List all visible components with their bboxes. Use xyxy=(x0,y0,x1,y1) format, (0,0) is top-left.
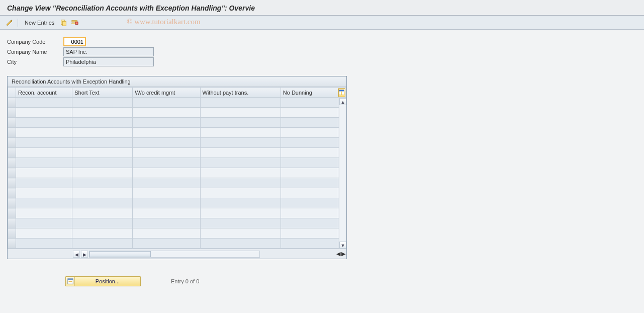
hscroll-thumb[interactable] xyxy=(89,251,151,257)
cell-wopt[interactable] xyxy=(200,158,281,168)
cell-short[interactable] xyxy=(72,168,133,178)
cell-wopt[interactable] xyxy=(200,108,281,118)
row-selector[interactable] xyxy=(8,218,16,228)
row-selector[interactable] xyxy=(8,178,16,188)
scroll-down-arrow-icon[interactable]: ▼ xyxy=(339,242,346,249)
cell-short[interactable] xyxy=(72,208,133,218)
company-code-input[interactable] xyxy=(63,37,86,46)
hscroll-track[interactable] xyxy=(89,251,260,258)
table-row[interactable] xyxy=(8,108,346,118)
configure-columns-button[interactable] xyxy=(338,88,345,97)
vertical-scrollbar[interactable]: ▲ ▼ xyxy=(339,98,346,249)
new-entries-button[interactable]: New Entries xyxy=(22,18,57,27)
cell-recon[interactable] xyxy=(16,178,72,188)
cell-recon[interactable] xyxy=(16,158,72,168)
cell-wopt[interactable] xyxy=(200,178,281,188)
cell-short[interactable] xyxy=(72,218,133,228)
cell-wocm[interactable] xyxy=(133,148,200,158)
cell-nodun[interactable] xyxy=(281,138,338,148)
cell-recon[interactable] xyxy=(16,228,72,239)
cell-nodun[interactable] xyxy=(281,108,338,118)
cell-wopt[interactable] xyxy=(200,128,281,138)
table-row[interactable] xyxy=(8,98,346,108)
scroll-up-arrow-icon[interactable]: ▲ xyxy=(339,98,346,105)
col-recon-header[interactable]: Recon. account xyxy=(16,88,72,98)
row-selector[interactable] xyxy=(8,108,16,118)
cell-short[interactable] xyxy=(72,188,133,198)
copy-button[interactable] xyxy=(59,18,68,27)
cell-wocm[interactable] xyxy=(133,228,200,239)
cell-short[interactable] xyxy=(72,108,133,118)
row-selector[interactable] xyxy=(8,239,16,249)
cell-wocm[interactable] xyxy=(133,138,200,148)
cell-nodun[interactable] xyxy=(281,198,338,208)
cell-wopt[interactable] xyxy=(200,208,281,218)
cell-short[interactable] xyxy=(72,138,133,148)
cell-recon[interactable] xyxy=(16,108,72,118)
position-button[interactable]: Position... xyxy=(65,276,141,286)
col-wocm-header[interactable]: W/o credit mgmt xyxy=(133,88,200,98)
cell-nodun[interactable] xyxy=(281,208,338,218)
cell-wopt[interactable] xyxy=(200,218,281,228)
table-row[interactable] xyxy=(8,128,346,138)
cell-wopt[interactable] xyxy=(200,239,281,249)
grid-table[interactable]: Recon. account Short Text W/o credit mgm… xyxy=(8,87,346,249)
cell-recon[interactable] xyxy=(16,98,72,108)
cell-recon[interactable] xyxy=(16,128,72,138)
row-selector[interactable] xyxy=(8,118,16,128)
col-nodun-header[interactable]: No Dunning xyxy=(281,88,338,98)
row-selector[interactable] xyxy=(8,228,16,239)
cell-short[interactable] xyxy=(72,148,133,158)
cell-wocm[interactable] xyxy=(133,218,200,228)
cell-wocm[interactable] xyxy=(133,168,200,178)
cell-wocm[interactable] xyxy=(133,198,200,208)
row-selector[interactable] xyxy=(8,188,16,198)
cell-nodun[interactable] xyxy=(281,218,338,228)
cell-wopt[interactable] xyxy=(200,228,281,239)
row-selector[interactable] xyxy=(8,208,16,218)
table-row[interactable] xyxy=(8,228,346,239)
cell-wopt[interactable] xyxy=(200,188,281,198)
row-selector[interactable] xyxy=(8,148,16,158)
cell-short[interactable] xyxy=(72,118,133,128)
row-selector[interactable] xyxy=(8,138,16,148)
delete-button[interactable] xyxy=(70,18,79,27)
cell-nodun[interactable] xyxy=(281,228,338,239)
table-row[interactable] xyxy=(8,239,346,249)
cell-short[interactable] xyxy=(72,158,133,168)
scroll-right-step-icon[interactable]: ▶ xyxy=(81,251,88,258)
cell-recon[interactable] xyxy=(16,138,72,148)
cell-wopt[interactable] xyxy=(200,148,281,158)
table-row[interactable] xyxy=(8,178,346,188)
cell-recon[interactable] xyxy=(16,148,72,158)
table-row[interactable] xyxy=(8,138,346,148)
cell-recon[interactable] xyxy=(16,208,72,218)
cell-recon[interactable] xyxy=(16,168,72,178)
grid-select-all[interactable] xyxy=(8,88,16,98)
col-short-header[interactable]: Short Text xyxy=(72,88,133,98)
cell-recon[interactable] xyxy=(16,218,72,228)
cell-wocm[interactable] xyxy=(133,108,200,118)
cell-wocm[interactable] xyxy=(133,98,200,108)
table-row[interactable] xyxy=(8,158,346,168)
cell-wopt[interactable] xyxy=(200,138,281,148)
cell-wocm[interactable] xyxy=(133,208,200,218)
cell-wopt[interactable] xyxy=(200,198,281,208)
table-row[interactable] xyxy=(8,118,346,128)
table-row[interactable] xyxy=(8,188,346,198)
table-row[interactable] xyxy=(8,168,346,178)
cell-nodun[interactable] xyxy=(281,148,338,158)
cell-nodun[interactable] xyxy=(281,239,338,249)
table-row[interactable] xyxy=(8,198,346,208)
cell-wocm[interactable] xyxy=(133,158,200,168)
cell-wocm[interactable] xyxy=(133,178,200,188)
cell-wopt[interactable] xyxy=(200,118,281,128)
horizontal-scrollbar[interactable]: ◀ ▶ xyxy=(73,251,260,258)
scroll-left-arrow-icon[interactable]: ◀ xyxy=(73,251,80,258)
cell-nodun[interactable] xyxy=(281,178,338,188)
row-selector[interactable] xyxy=(8,198,16,208)
cell-recon[interactable] xyxy=(16,118,72,128)
cell-nodun[interactable] xyxy=(281,168,338,178)
cell-short[interactable] xyxy=(72,198,133,208)
cell-wocm[interactable] xyxy=(133,128,200,138)
